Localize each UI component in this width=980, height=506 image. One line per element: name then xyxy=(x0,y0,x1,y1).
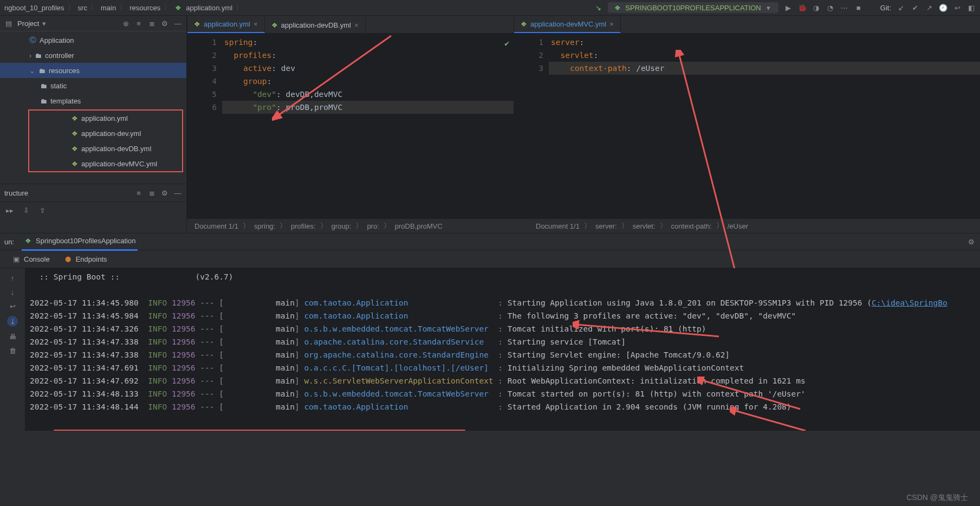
collapse-icon[interactable]: ≣ xyxy=(147,189,156,197)
close-icon[interactable]: × xyxy=(254,20,258,28)
folder-icon: 🖿 xyxy=(40,82,47,90)
code-line[interactable]: context-path: /eUser xyxy=(549,62,980,75)
tree-item[interactable]: 🖿templates xyxy=(0,93,186,108)
tree-item-label: templates xyxy=(50,97,81,105)
trash-icon[interactable]: 🗑 xyxy=(8,346,17,355)
gear-icon[interactable]: ⚙ xyxy=(967,237,976,246)
download-icon[interactable]: ⇩ xyxy=(22,206,30,215)
hide-icon[interactable]: — xyxy=(173,19,182,28)
editor-breadcrumb-right[interactable]: Document 1/1〉server:〉servlet:〉context-pa… xyxy=(528,218,980,233)
breadcrumb-item[interactable]: group: xyxy=(332,222,352,230)
tree-item[interactable]: ⌄🖿resources xyxy=(0,63,186,78)
code-line[interactable]: servlet: xyxy=(549,49,980,62)
search-icon[interactable]: ◧ xyxy=(967,3,976,12)
print-icon[interactable]: 🖶 xyxy=(8,332,17,341)
breadcrumb-item[interactable]: src xyxy=(78,4,87,12)
hammer-icon[interactable]: ↘ xyxy=(594,3,602,12)
editor-tab[interactable]: ❖application-devDB.yml× xyxy=(265,17,366,33)
breadcrumb-item[interactable]: profiles: xyxy=(291,222,316,230)
console-toolbar: ↑ ↓ ↩ ⤓ 🖶 🗑 xyxy=(0,268,25,431)
editor-tab[interactable]: ❖application-devMVC.yml× xyxy=(514,16,621,33)
tree-item-label: Application xyxy=(40,36,74,44)
project-icon: ▤ xyxy=(4,19,13,28)
up-icon[interactable]: ↑ xyxy=(8,274,17,282)
tree-item[interactable]: 🖿static xyxy=(0,78,186,93)
coverage-icon[interactable]: ◑ xyxy=(812,3,821,12)
gear-icon[interactable]: ⚙ xyxy=(160,19,169,28)
git-pull-icon[interactable]: ↙ xyxy=(897,3,905,12)
hide-icon[interactable]: — xyxy=(173,189,182,197)
tree-item[interactable]: ⒸApplication xyxy=(0,33,186,48)
console-tab-label: Console xyxy=(24,255,50,263)
breadcrumb-item[interactable]: server: xyxy=(595,222,617,230)
code-line[interactable]: spring: xyxy=(222,36,514,49)
breadcrumb-item[interactable]: context-path: xyxy=(671,222,712,230)
tree-item[interactable]: ❖application-devDB.yml xyxy=(29,141,182,156)
target-icon[interactable]: ⊕ xyxy=(121,19,130,28)
run-config-selector[interactable]: ❖ SPRINGBOOT10PROFILESAPPLICATION ▾ xyxy=(608,2,778,13)
more-run-icon[interactable]: ⋯ xyxy=(840,3,849,12)
editor-tabs-right: ❖application-devMVC.yml× xyxy=(514,16,980,34)
debug-icon[interactable]: 🐞 xyxy=(798,3,807,12)
step-icon[interactable]: ▸▸ xyxy=(5,206,14,215)
project-tree[interactable]: ⒸApplication›🖿controller⌄🖿resources🖿stat… xyxy=(0,31,186,184)
breadcrumb-item[interactable]: Document 1/1 xyxy=(536,222,580,230)
editor-tab[interactable]: ❖application.yml× xyxy=(187,16,265,33)
upload-icon[interactable]: ⇧ xyxy=(38,206,47,215)
folder-icon: 🖿 xyxy=(35,51,42,60)
endpoints-tab-label: Endpoints xyxy=(76,255,107,263)
run-config-tab[interactable]: ❖ Springboot10ProfilesApplication xyxy=(22,233,138,251)
expand-icon[interactable]: ≡ xyxy=(134,19,143,28)
console-icon: ▣ xyxy=(12,255,21,263)
profile-icon[interactable]: ◔ xyxy=(826,3,835,12)
code-right[interactable]: server: servlet: context-path: /eUser xyxy=(549,34,980,218)
tree-item[interactable]: ❖application.yml xyxy=(29,111,182,126)
breadcrumb-item[interactable]: ngboot_10_profiles xyxy=(4,4,64,12)
breadcrumb-item[interactable]: Document 1/1 xyxy=(194,222,238,230)
breadcrumb-item[interactable]: servlet: xyxy=(633,222,656,230)
tree-item[interactable]: ›🖿controller xyxy=(0,48,186,63)
breadcrumb-item[interactable]: resources xyxy=(129,4,160,12)
wrap-icon[interactable]: ↩ xyxy=(8,302,17,310)
code-line[interactable]: profiles: xyxy=(222,49,514,62)
rollback-icon[interactable]: ↩ xyxy=(953,3,962,12)
gear-icon[interactable]: ⚙ xyxy=(160,189,169,197)
collapse-icon[interactable]: ≣ xyxy=(147,19,156,28)
expand-icon[interactable]: ≡ xyxy=(134,189,143,197)
scroll-bottom-icon[interactable]: ⤓ xyxy=(7,316,18,327)
git-push-icon[interactable]: ↗ xyxy=(925,3,933,12)
close-icon[interactable]: × xyxy=(609,20,614,28)
breadcrumb-item[interactable]: spring: xyxy=(254,222,275,230)
run-icon[interactable]: ▶ xyxy=(784,3,793,12)
breadcrumb-item[interactable]: application.yml xyxy=(186,4,232,12)
breadcrumb-item[interactable]: /eUser xyxy=(728,222,748,230)
code-line[interactable]: "dev": devDB,devMVC xyxy=(222,88,514,101)
code-line[interactable]: "pro": proDB,proMVC xyxy=(222,101,514,114)
scrollbar-thumb[interactable] xyxy=(54,430,465,431)
endpoints-tab[interactable]: ⬢ Endpoints xyxy=(62,251,109,267)
history-icon[interactable]: 🕘 xyxy=(939,3,947,12)
down-icon[interactable]: ↓ xyxy=(8,288,17,296)
watermark: CSDN @鬼鬼骑士 xyxy=(906,493,968,503)
console-output[interactable]: :: Spring Boot :: (v2.6.7) 2022-05-17 11… xyxy=(25,268,980,431)
code-area-right[interactable]: 123 server: servlet: context-path: /eUse… xyxy=(514,34,980,218)
console-tab[interactable]: ▣ Console xyxy=(10,251,52,267)
stop-icon[interactable]: ■ xyxy=(854,3,863,12)
breadcrumb-item[interactable]: main xyxy=(101,4,116,12)
tree-item[interactable]: ❖application-devMVC.yml xyxy=(29,156,182,171)
close-icon[interactable]: × xyxy=(354,21,359,29)
tree-item[interactable]: ❖application-dev.yml xyxy=(29,126,182,141)
code-line[interactable]: active: dev xyxy=(222,62,514,75)
yml-icon: ❖ xyxy=(271,21,278,29)
project-panel-title[interactable]: Project ▾ xyxy=(17,20,117,28)
code-area-left[interactable]: 123456 ✔ spring: profiles: active: dev g… xyxy=(187,34,514,218)
breadcrumb-item[interactable]: proDB,proMVC xyxy=(395,222,443,230)
breadcrumb-item[interactable]: pro: xyxy=(367,222,379,230)
code-line[interactable]: server: xyxy=(549,36,980,49)
git-commit-icon[interactable]: ✔ xyxy=(911,3,919,12)
structure-panel-header[interactable]: tructure ≡ ≣ ⚙ — xyxy=(0,184,186,202)
tree-item-label: controller xyxy=(45,51,74,60)
code-left[interactable]: ✔ spring: profiles: active: dev group: "… xyxy=(222,34,514,218)
code-line[interactable]: group: xyxy=(222,75,514,88)
editor-breadcrumb-left[interactable]: Document 1/1〉spring:〉profiles:〉group:〉pr… xyxy=(187,218,528,233)
